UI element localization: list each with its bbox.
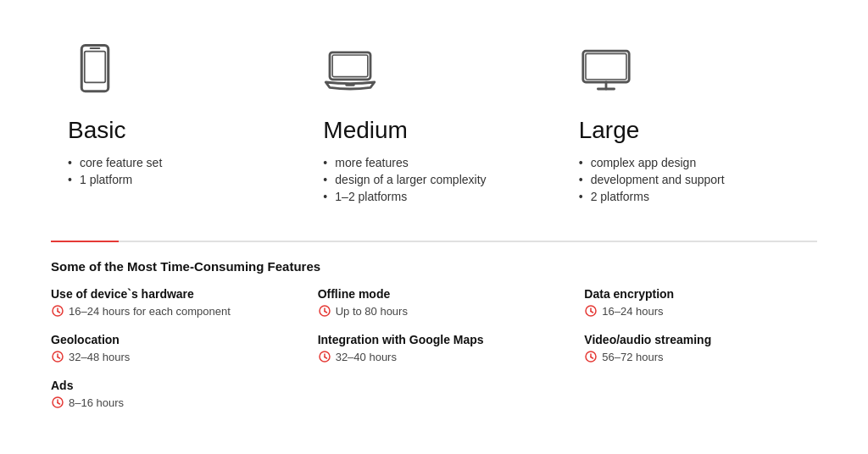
svg-rect-5 bbox=[333, 55, 369, 77]
feature-ads-hours: 8–16 hours bbox=[69, 396, 124, 409]
feature-item: 2 platforms bbox=[579, 190, 800, 203]
feature-ads-time: 8–16 hours bbox=[51, 396, 284, 409]
feature-ads-name: Ads bbox=[51, 379, 284, 392]
feature-streaming-hours: 56–72 hours bbox=[602, 351, 663, 363]
clock-icon bbox=[318, 304, 331, 318]
feature-maps: Integration with Google Maps 32–40 hours bbox=[318, 333, 551, 363]
svg-rect-4 bbox=[330, 53, 370, 80]
feature-maps-hours: 32–40 hours bbox=[336, 351, 397, 363]
feature-maps-time: 32–40 hours bbox=[318, 350, 551, 363]
divider bbox=[51, 241, 817, 242]
feature-streaming-name: Video/audio streaming bbox=[584, 333, 817, 346]
feature-geolocation-hours: 32–48 hours bbox=[69, 351, 130, 363]
clock-icon bbox=[51, 304, 64, 318]
svg-line-22 bbox=[325, 312, 327, 313]
feature-hardware-hours: 16–24 hours for each component bbox=[69, 305, 231, 318]
svg-rect-0 bbox=[81, 46, 108, 91]
section-title: Some of the Most Time-Consuming Features bbox=[51, 259, 817, 274]
feature-geolocation-time: 32–48 hours bbox=[51, 350, 284, 363]
tier-basic-title: Basic bbox=[68, 117, 289, 144]
feature-streaming-time: 56–72 hours bbox=[584, 350, 817, 363]
svg-line-19 bbox=[58, 403, 60, 405]
feature-geolocation: Geolocation 32–48 hours bbox=[51, 333, 284, 363]
tier-large: Large complex app design development and… bbox=[562, 25, 817, 232]
tier-medium-features: more features design of a larger complex… bbox=[323, 156, 544, 203]
feature-offline-hours: Up to 80 hours bbox=[336, 305, 408, 318]
feature-offline: Offline mode Up to 80 hours bbox=[318, 287, 551, 318]
tiers-section: Basic core feature set 1 platform Medium… bbox=[51, 25, 817, 232]
features-grid: Use of device`s hardware 16–24 hours for… bbox=[51, 287, 817, 424]
clock-icon bbox=[318, 350, 331, 363]
feature-hardware: Use of device`s hardware 16–24 hours for… bbox=[51, 287, 284, 318]
clock-icon bbox=[51, 396, 64, 409]
svg-rect-8 bbox=[586, 53, 626, 79]
feature-streaming: Video/audio streaming 56–72 hours bbox=[584, 333, 817, 363]
feature-ads: Ads 8–16 hours bbox=[51, 379, 284, 409]
clock-icon bbox=[584, 304, 598, 318]
phone-icon bbox=[68, 42, 289, 105]
tier-medium: Medium more features design of a larger … bbox=[306, 25, 561, 232]
svg-line-16 bbox=[58, 357, 60, 359]
feature-item: design of a larger complexity bbox=[323, 173, 544, 186]
feature-item: more features bbox=[323, 156, 544, 169]
svg-line-13 bbox=[58, 312, 60, 313]
feature-hardware-name: Use of device`s hardware bbox=[51, 287, 284, 301]
tier-medium-title: Medium bbox=[323, 117, 544, 144]
svg-line-28 bbox=[591, 312, 593, 313]
feature-encryption: Data encryption 16–24 hours bbox=[584, 287, 817, 318]
feature-item: core feature set bbox=[68, 156, 289, 169]
features-col-3: Data encryption 16–24 hours Video/audio … bbox=[584, 287, 817, 424]
svg-rect-6 bbox=[346, 84, 355, 86]
tier-basic: Basic core feature set 1 platform bbox=[51, 25, 306, 232]
tier-basic-features: core feature set 1 platform bbox=[68, 156, 289, 186]
svg-rect-1 bbox=[85, 52, 106, 83]
feature-geolocation-name: Geolocation bbox=[51, 333, 284, 346]
feature-offline-name: Offline mode bbox=[318, 287, 551, 301]
tier-large-features: complex app design development and suppo… bbox=[579, 156, 800, 203]
divider-line bbox=[51, 241, 817, 242]
feature-encryption-name: Data encryption bbox=[584, 287, 817, 301]
clock-icon bbox=[51, 350, 64, 363]
features-col-2: Offline mode Up to 80 hours Integration … bbox=[318, 287, 551, 424]
monitor-icon bbox=[579, 42, 800, 105]
feature-maps-name: Integration with Google Maps bbox=[318, 333, 551, 346]
svg-rect-7 bbox=[582, 51, 628, 82]
feature-item: 1–2 platforms bbox=[323, 190, 544, 203]
feature-item: development and support bbox=[579, 173, 800, 186]
feature-item: 1 platform bbox=[68, 173, 289, 186]
feature-offline-time: Up to 80 hours bbox=[318, 304, 551, 318]
svg-line-25 bbox=[325, 357, 327, 359]
feature-encryption-hours: 16–24 hours bbox=[602, 305, 663, 318]
clock-icon bbox=[584, 350, 598, 363]
feature-item: complex app design bbox=[579, 156, 800, 169]
feature-encryption-time: 16–24 hours bbox=[584, 304, 817, 318]
laptop-icon bbox=[323, 42, 544, 105]
tier-large-title: Large bbox=[579, 117, 800, 144]
svg-line-31 bbox=[591, 357, 593, 359]
feature-hardware-time: 16–24 hours for each component bbox=[51, 304, 284, 318]
features-col-1: Use of device`s hardware 16–24 hours for… bbox=[51, 287, 284, 424]
